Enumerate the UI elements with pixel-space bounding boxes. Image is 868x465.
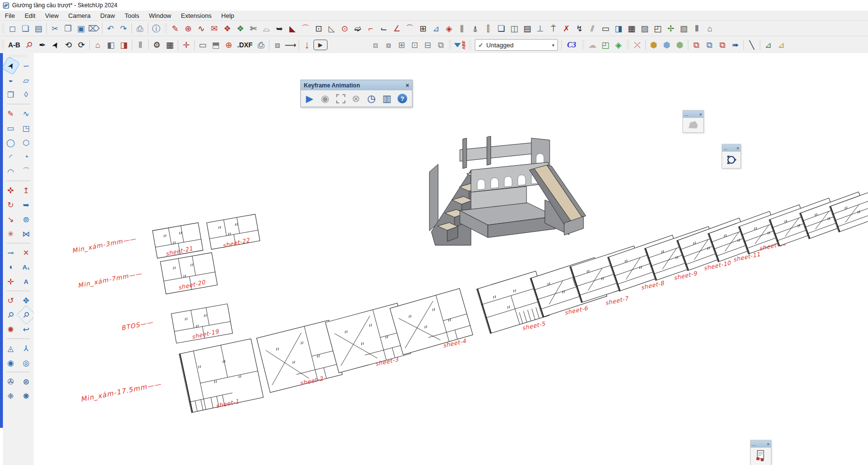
- ext-unwrap-icon[interactable]: ✉: [208, 22, 221, 35]
- ext-frame-icon[interactable]: ▭: [599, 22, 612, 35]
- red-pins-icon[interactable]: ⤫: [631, 39, 644, 51]
- menu-tools[interactable]: Tools: [120, 11, 144, 20]
- bag-icon[interactable]: ◰: [599, 39, 612, 51]
- cube-tool-2-icon[interactable]: ⧇: [382, 39, 395, 51]
- save-icon[interactable]: ▤: [32, 22, 45, 35]
- crosshair-icon[interactable]: ⊕: [222, 39, 235, 51]
- grid-table-icon[interactable]: ▦: [163, 39, 176, 51]
- cube-tool-1-icon[interactable]: ⧈: [369, 39, 382, 51]
- columns-icon[interactable]: ⫴: [134, 39, 147, 51]
- ext-shelf-corner-icon[interactable]: ◰: [651, 22, 664, 35]
- align-left-icon[interactable]: ◧: [104, 39, 117, 51]
- zoom-extents-tool[interactable]: ✺: [4, 323, 18, 336]
- kf-export-video-button[interactable]: ▥: [380, 92, 394, 105]
- nesting-arrow-icon[interactable]: ➠: [729, 39, 742, 51]
- rotate-right-icon[interactable]: ⟳: [75, 39, 88, 51]
- report-page-icon[interactable]: [755, 450, 766, 462]
- ext-shelf-icon[interactable]: ▤: [521, 22, 534, 35]
- ext-curve-icon[interactable]: ⌒: [403, 22, 416, 35]
- export-dxf-label[interactable]: .DXF: [235, 39, 255, 51]
- orbit-gizmo-icon[interactable]: [726, 154, 737, 166]
- home-arrow-icon[interactable]: ⌂: [91, 39, 104, 51]
- move-point-icon[interactable]: ✛: [180, 39, 193, 51]
- menu-view[interactable]: View: [40, 11, 63, 20]
- active-tag-dropdown[interactable]: ✓Untagged▾: [475, 39, 558, 51]
- select-tool[interactable]: ➤: [1, 56, 20, 75]
- 3d-text-tool[interactable]: A: [19, 275, 33, 288]
- menu-extensions[interactable]: Extensions: [176, 11, 217, 20]
- print-dxf-icon[interactable]: ⎙: [255, 39, 268, 51]
- palette-grip[interactable]: [10, 55, 27, 57]
- line-tool-icon[interactable]: ╲: [745, 39, 758, 51]
- ext-fold-icon[interactable]: ◣: [286, 22, 299, 35]
- nesting-red-icon[interactable]: ⧉: [716, 39, 729, 51]
- overflow-dots-icon[interactable]: ...: [684, 112, 688, 117]
- ext-layers-tool[interactable]: ❈: [4, 389, 18, 403]
- ext-pipe-icon[interactable]: ⌒: [299, 22, 312, 35]
- mini-toolbar-titlebar[interactable]: ... ×: [722, 144, 740, 152]
- face-style-icon[interactable]: [687, 120, 699, 130]
- menu-help[interactable]: Help: [216, 11, 239, 20]
- kf-timing-button[interactable]: ◷: [365, 92, 378, 105]
- ext-hand-drag-icon[interactable]: ➥: [273, 22, 286, 35]
- ext-hatch2-icon[interactable]: ▧: [677, 22, 690, 35]
- close-icon[interactable]: ×: [737, 146, 739, 151]
- solid-trim-icon[interactable]: ⬢: [673, 39, 686, 51]
- previous-view-tool[interactable]: ↩: [19, 323, 33, 336]
- download-icon[interactable]: ↓: [300, 39, 313, 51]
- box-3d-icon[interactable]: ⧈: [271, 39, 284, 51]
- ext-merge-tool[interactable]: ⊛: [19, 375, 33, 388]
- solid-union-icon[interactable]: ⬢: [647, 39, 660, 51]
- nesting-s1-icon[interactable]: ⧉: [690, 39, 703, 51]
- look-around-tool[interactable]: ◉: [4, 356, 18, 369]
- toolbar-grip[interactable]: [582, 40, 584, 50]
- tag-tool[interactable]: ◊: [19, 88, 33, 101]
- cube-tool-4-icon[interactable]: ⊡: [408, 39, 421, 51]
- dimension-tool[interactable]: ✕: [19, 246, 33, 259]
- menu-window[interactable]: Window: [144, 11, 176, 20]
- ext-gears-tool[interactable]: ❋: [19, 389, 33, 403]
- ext-circle-plus-icon[interactable]: ⊕: [182, 22, 195, 35]
- flip-tool[interactable]: ⋈: [19, 227, 33, 240]
- crystal-icon[interactable]: ◈: [612, 39, 625, 51]
- walk-tool[interactable]: ⅄: [19, 341, 33, 355]
- lasso-tool[interactable]: ∽: [19, 59, 33, 72]
- play-animation-icon[interactable]: ▶: [313, 40, 327, 50]
- new-file-icon[interactable]: ◻: [6, 22, 19, 35]
- settings-gear-icon[interactable]: ⚙: [150, 39, 163, 51]
- ext-layers-color-icon[interactable]: ❖: [234, 22, 247, 35]
- eraser-tool[interactable]: ▱: [19, 73, 33, 87]
- pie-tool[interactable]: ◔: [19, 150, 33, 164]
- rotated-rectangle-tool[interactable]: ◳: [19, 121, 33, 135]
- close-icon[interactable]: ×: [699, 112, 702, 117]
- protractor-tool[interactable]: ◖: [4, 260, 18, 274]
- ext-columns3-icon[interactable]: ⫿: [482, 22, 495, 35]
- cube-tool-5-icon[interactable]: ⊟: [421, 39, 434, 51]
- paint-bucket-tool[interactable]: ◒: [4, 73, 18, 87]
- click-cuisine-icon[interactable]: C3: [563, 39, 580, 51]
- ext-post-icon[interactable]: ⊥: [534, 22, 547, 35]
- ext-note-icon[interactable]: ✎: [169, 22, 182, 35]
- overflow-dots-icon[interactable]: ...: [724, 146, 727, 151]
- abf-nesting-icon[interactable]: ABF: [453, 39, 467, 51]
- position-camera-tool[interactable]: ◬: [4, 341, 18, 355]
- menu-edit[interactable]: Edit: [20, 11, 40, 20]
- cube-tool-3-icon[interactable]: ⊞: [395, 39, 408, 51]
- move-tool[interactable]: ✜: [4, 183, 18, 197]
- axes-tool[interactable]: ✛: [4, 275, 18, 288]
- ext-door-icon[interactable]: ◫: [508, 22, 521, 35]
- freehand-tool[interactable]: ∿: [19, 107, 33, 120]
- ext-angle-icon[interactable]: ∠: [390, 22, 403, 35]
- kf-delete-button[interactable]: ⊗: [349, 92, 363, 105]
- close-icon[interactable]: ×: [406, 82, 409, 89]
- ext-cut-x-icon[interactable]: ✄: [247, 22, 260, 35]
- scale-tool[interactable]: ↘: [4, 212, 18, 226]
- ext-wedge-icon[interactable]: ◺: [325, 22, 338, 35]
- ext-window-grid-icon[interactable]: ▦: [625, 22, 638, 35]
- rotate-tool[interactable]: ↻: [4, 198, 18, 211]
- ext-ladder-icon[interactable]: ⫽: [586, 22, 599, 35]
- ext-columns2-icon[interactable]: ⍋: [469, 22, 482, 35]
- triangle-green-icon[interactable]: ⊿: [762, 39, 775, 51]
- text-tool[interactable]: A₁: [19, 260, 33, 274]
- close-icon[interactable]: ×: [767, 442, 769, 447]
